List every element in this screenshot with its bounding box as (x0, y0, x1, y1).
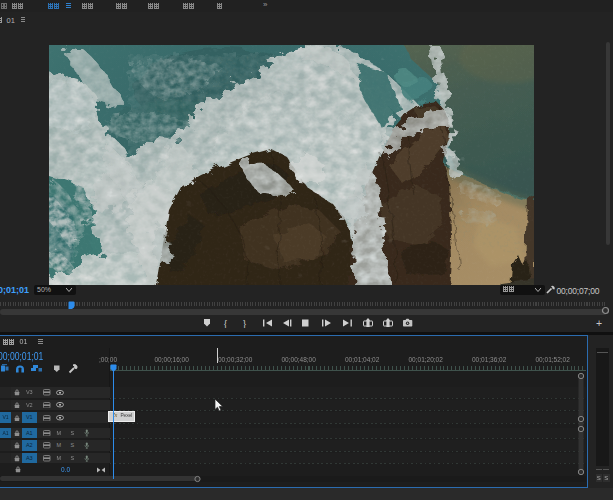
svg-text:}: } (243, 319, 246, 329)
svg-text:{: { (224, 319, 227, 329)
